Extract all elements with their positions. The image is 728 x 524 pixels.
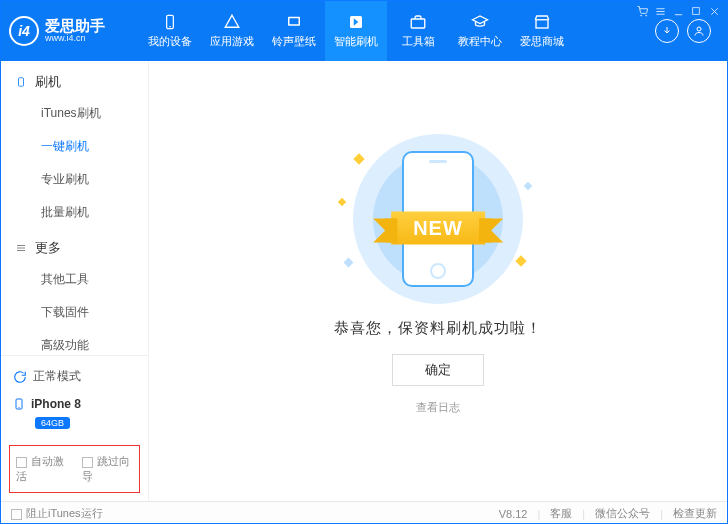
checkbox-icon — [82, 457, 93, 468]
tutorial-icon — [470, 13, 490, 31]
close-icon[interactable] — [707, 4, 721, 18]
brand-subtitle: www.i4.cn — [45, 34, 105, 44]
more-icon — [15, 242, 27, 254]
success-message: 恭喜您，保资料刷机成功啦！ — [334, 319, 542, 338]
tab-label: 智能刷机 — [334, 34, 378, 49]
checkbox-icon — [16, 457, 27, 468]
user-icon[interactable] — [687, 19, 711, 43]
header-actions — [655, 19, 719, 43]
sidebar-item-oneclick-flash[interactable]: 一键刷机 — [1, 130, 148, 163]
checkbox-block-itunes[interactable]: 阻止iTunes运行 — [11, 506, 103, 521]
apps-icon — [222, 13, 242, 31]
new-ribbon: NEW — [391, 212, 485, 245]
brand-title: 爱思助手 — [45, 18, 105, 35]
main-content: NEW 恭喜您，保资料刷机成功啦！ 确定 查看日志 — [149, 61, 727, 501]
checkbox-icon — [11, 509, 22, 520]
section-title: 刷机 — [35, 73, 61, 91]
device-name: iPhone 8 — [31, 397, 81, 411]
svg-point-1 — [645, 15, 646, 16]
sidebar: 刷机 iTunes刷机 一键刷机 专业刷机 批量刷机 更多 其他工具 下载固件 … — [1, 61, 149, 501]
toolbox-icon — [408, 13, 428, 31]
tab-toolbox[interactable]: 工具箱 — [387, 1, 449, 61]
tab-ringtones[interactable]: 铃声壁纸 — [263, 1, 325, 61]
svg-rect-6 — [693, 8, 700, 15]
cart-icon[interactable] — [635, 4, 649, 18]
phone-icon — [160, 13, 180, 31]
sidebar-item-download-fw[interactable]: 下载固件 — [1, 296, 148, 329]
device-mode-row[interactable]: 正常模式 — [13, 364, 136, 389]
sidebar-item-other-tools[interactable]: 其他工具 — [1, 263, 148, 296]
mode-label: 正常模式 — [33, 368, 81, 385]
window-controls — [635, 4, 721, 18]
wallpaper-icon — [284, 13, 304, 31]
tab-store[interactable]: 爱思商城 — [511, 1, 573, 61]
logo-icon: i4 — [9, 16, 39, 46]
brand: i4 爱思助手 www.i4.cn — [9, 16, 134, 46]
footer: 阻止iTunes运行 V8.12 | 客服 | 微信公众号 | 检查更新 — [1, 501, 727, 524]
sidebar-section-flash[interactable]: 刷机 — [1, 63, 148, 97]
sidebar-item-batch-flash[interactable]: 批量刷机 — [1, 196, 148, 229]
tab-tutorials[interactable]: 教程中心 — [449, 1, 511, 61]
tab-label: 爱思商城 — [520, 34, 564, 49]
sidebar-item-advanced[interactable]: 高级功能 — [1, 329, 148, 355]
tab-my-device[interactable]: 我的设备 — [139, 1, 201, 61]
store-icon — [532, 13, 552, 31]
minimize-icon[interactable] — [671, 4, 685, 18]
header-tabs: 我的设备 应用游戏 铃声壁纸 智能刷机 工具箱 教程中心 爱思商城 — [139, 1, 573, 61]
phone-small-icon — [13, 396, 25, 412]
storage-badge: 64GB — [35, 417, 70, 429]
ok-button[interactable]: 确定 — [392, 354, 484, 386]
tab-flash[interactable]: 智能刷机 — [325, 1, 387, 61]
device-name-row[interactable]: iPhone 8 — [13, 389, 136, 415]
svg-rect-15 — [536, 20, 548, 28]
section-title: 更多 — [35, 239, 61, 257]
success-illustration: NEW — [343, 129, 533, 309]
svg-rect-12 — [290, 18, 299, 24]
tab-label: 铃声壁纸 — [272, 34, 316, 49]
sidebar-device-panel: 正常模式 iPhone 8 64GB — [1, 355, 148, 437]
tab-label: 应用游戏 — [210, 34, 254, 49]
version-label: V8.12 — [499, 508, 528, 520]
download-icon[interactable] — [655, 19, 679, 43]
sync-icon — [13, 370, 27, 384]
header: i4 爱思助手 www.i4.cn 我的设备 应用游戏 铃声壁纸 智能刷机 工具… — [1, 1, 727, 61]
menu-icon[interactable] — [653, 4, 667, 18]
svg-rect-17 — [19, 78, 24, 86]
flash-icon — [346, 13, 366, 31]
tab-label: 教程中心 — [458, 34, 502, 49]
sidebar-options-box: 自动激活 跳过向导 — [9, 445, 140, 493]
sidebar-item-pro-flash[interactable]: 专业刷机 — [1, 163, 148, 196]
svg-point-0 — [640, 15, 641, 16]
svg-point-16 — [697, 27, 701, 31]
tab-label: 我的设备 — [148, 34, 192, 49]
svg-rect-14 — [411, 19, 425, 28]
checkbox-skip-guide[interactable]: 跳过向导 — [82, 454, 134, 484]
sidebar-section-more[interactable]: 更多 — [1, 229, 148, 263]
update-link[interactable]: 检查更新 — [673, 506, 717, 521]
sidebar-item-itunes-flash[interactable]: iTunes刷机 — [1, 97, 148, 130]
tab-label: 工具箱 — [402, 34, 435, 49]
wechat-link[interactable]: 微信公众号 — [595, 506, 650, 521]
view-log-link[interactable]: 查看日志 — [416, 400, 460, 415]
support-link[interactable]: 客服 — [550, 506, 572, 521]
tab-apps[interactable]: 应用游戏 — [201, 1, 263, 61]
maximize-icon[interactable] — [689, 4, 703, 18]
device-icon — [15, 75, 27, 89]
checkbox-auto-activate[interactable]: 自动激活 — [16, 454, 68, 484]
